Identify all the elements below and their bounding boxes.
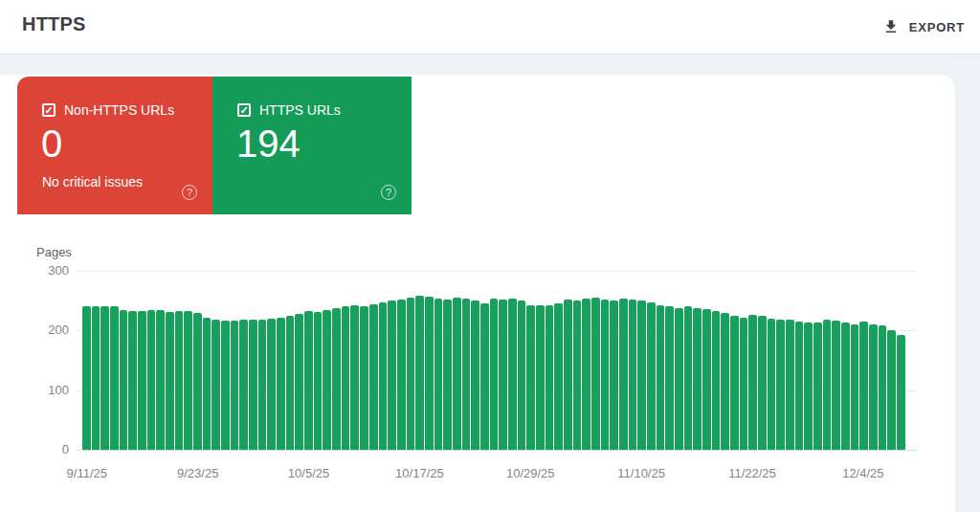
chart-bar[interactable] xyxy=(332,308,341,450)
chart-bar[interactable] xyxy=(693,308,702,450)
chart-bar[interactable] xyxy=(684,306,693,450)
chart-bar[interactable] xyxy=(425,297,434,450)
chart-bar[interactable] xyxy=(120,310,128,450)
chart-bar[interactable] xyxy=(249,320,257,451)
chart-bar[interactable] xyxy=(887,330,896,450)
chart-bar[interactable] xyxy=(82,306,91,450)
chart-bar[interactable] xyxy=(859,322,868,450)
chart-bar[interactable] xyxy=(897,335,905,450)
card-non-https-value: 0 xyxy=(41,122,62,166)
chart-bar[interactable] xyxy=(499,300,507,450)
chart-bar[interactable] xyxy=(879,325,887,450)
https-help-icon[interactable]: ? xyxy=(381,185,396,200)
chart-bar[interactable] xyxy=(730,316,739,450)
chart-bar[interactable] xyxy=(156,310,165,451)
chart-bar[interactable] xyxy=(286,316,295,450)
chart-bar[interactable] xyxy=(360,306,368,450)
chart-bar[interactable] xyxy=(342,306,350,450)
export-button[interactable]: EXPORT xyxy=(882,11,965,42)
https-checkbox[interactable]: ✓ xyxy=(237,103,251,117)
chart-bar[interactable] xyxy=(768,319,776,450)
chart-bar[interactable] xyxy=(582,299,590,450)
chart-bar[interactable] xyxy=(110,306,119,450)
chart-baseline xyxy=(77,450,917,451)
chart-bar[interactable] xyxy=(610,301,618,450)
chart-bar[interactable] xyxy=(702,309,711,450)
chart-bar[interactable] xyxy=(721,313,729,450)
chart-bar[interactable] xyxy=(128,311,137,450)
chart-bar[interactable] xyxy=(748,315,757,450)
chart-bar[interactable] xyxy=(740,318,748,450)
chart-bar[interactable] xyxy=(92,306,100,450)
chart-bar[interactable] xyxy=(138,311,146,450)
chart-bar[interactable] xyxy=(350,305,359,450)
chart-bar[interactable] xyxy=(823,320,832,450)
page-title: HTTPS xyxy=(22,13,86,35)
chart-bar[interactable] xyxy=(665,306,674,450)
chart-bar[interactable] xyxy=(637,301,646,450)
chart-bar[interactable] xyxy=(786,320,794,450)
chart-bar[interactable] xyxy=(869,324,878,451)
chart-bar[interactable] xyxy=(675,308,683,450)
chart-bar[interactable] xyxy=(397,300,406,450)
chart-bar[interactable] xyxy=(536,305,545,450)
non-https-help-icon[interactable]: ? xyxy=(182,185,197,200)
chart-bar[interactable] xyxy=(712,311,721,450)
chart-bar[interactable] xyxy=(304,311,313,450)
chart-bar[interactable] xyxy=(314,312,323,450)
chart-bar[interactable] xyxy=(573,301,582,450)
chart-bar[interactable] xyxy=(841,323,850,450)
chart-bar[interactable] xyxy=(508,299,517,450)
chart-bar[interactable] xyxy=(490,299,499,450)
non-https-checkbox[interactable]: ✓ xyxy=(42,103,56,117)
chart-bar[interactable] xyxy=(591,298,600,450)
chart-bar[interactable] xyxy=(100,306,109,450)
chart-bar[interactable] xyxy=(564,300,572,450)
chart-bar[interactable] xyxy=(832,321,840,450)
chart-bar[interactable] xyxy=(629,300,637,450)
chart-bar[interactable] xyxy=(239,320,248,450)
chart-bar[interactable] xyxy=(546,305,554,451)
chart-bar[interactable] xyxy=(804,323,813,450)
chart-bar[interactable] xyxy=(407,298,415,450)
chart-bar[interactable] xyxy=(147,310,156,450)
chart-bar[interactable] xyxy=(758,316,767,450)
chart-bar[interactable] xyxy=(657,305,665,451)
chart-bar[interactable] xyxy=(443,300,452,450)
chart-bar[interactable] xyxy=(231,321,239,450)
chart-bar[interactable] xyxy=(184,311,192,450)
chart-bar[interactable] xyxy=(295,314,303,450)
chart-bar[interactable] xyxy=(267,319,276,450)
chart-bar[interactable] xyxy=(203,318,212,450)
chart-bar[interactable] xyxy=(647,302,656,450)
chart-bar[interactable] xyxy=(323,310,331,451)
chart-bar[interactable] xyxy=(813,323,822,450)
chart-bar[interactable] xyxy=(277,318,285,450)
chart-bar[interactable] xyxy=(434,299,443,450)
card-non-https[interactable]: ✓ Non-HTTPS URLs 0 No critical issues ? xyxy=(17,77,212,214)
chart-bar[interactable] xyxy=(554,303,563,450)
chart-bar[interactable] xyxy=(369,304,378,450)
chart-bar[interactable] xyxy=(795,322,804,450)
card-https[interactable]: ✓ HTTPS URLs 194 ? xyxy=(212,77,412,214)
chart-bar[interactable] xyxy=(471,301,479,450)
chart-bar[interactable] xyxy=(619,299,628,450)
chart-bar[interactable] xyxy=(518,301,526,450)
chart-bar[interactable] xyxy=(526,305,535,451)
chart-bar[interactable] xyxy=(462,299,471,450)
chart-bar[interactable] xyxy=(166,312,174,450)
ytick-label: 200 xyxy=(27,323,69,337)
chart-bar[interactable] xyxy=(258,320,267,450)
chart-bar[interactable] xyxy=(175,311,184,450)
chart-bar[interactable] xyxy=(379,302,388,450)
chart-bar[interactable] xyxy=(453,298,461,450)
chart-bar[interactable] xyxy=(388,301,396,450)
chart-bar[interactable] xyxy=(193,313,202,450)
chart-bar[interactable] xyxy=(221,321,230,450)
chart-bar[interactable] xyxy=(851,324,859,451)
chart-bar[interactable] xyxy=(776,320,785,450)
chart-bar[interactable] xyxy=(480,303,489,450)
chart-bar[interactable] xyxy=(212,320,220,450)
chart-bar[interactable] xyxy=(415,296,424,450)
chart-bar[interactable] xyxy=(601,300,610,450)
